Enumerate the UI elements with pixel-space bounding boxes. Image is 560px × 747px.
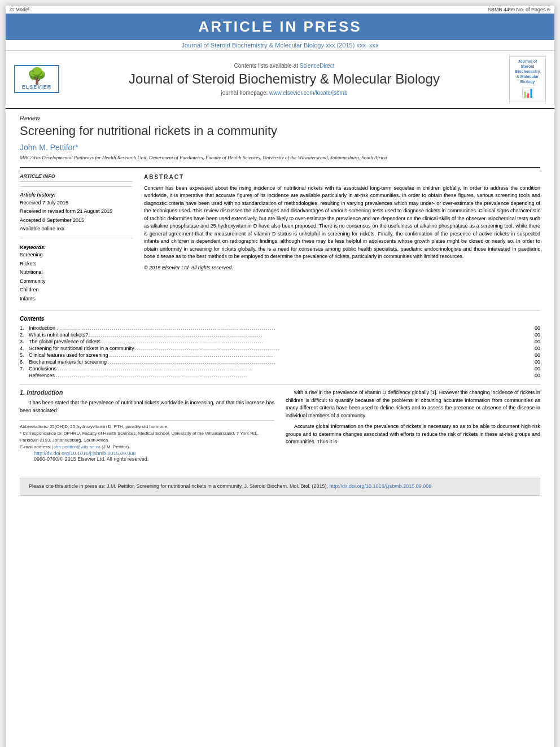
contents-item-ref: References .............................…	[20, 373, 540, 378]
rights-text: 0960-0760/© 2015 Elsevier Ltd. All right…	[34, 456, 148, 462]
copyright-line: © 2015 Elsevier Ltd. All rights reserved…	[144, 264, 540, 272]
keywords-label: Keywords:	[20, 244, 133, 252]
abstract-text: Concern has been expressed about the ris…	[144, 185, 540, 261]
abstract-section: ABSTRACT Concern has been expressed abou…	[144, 173, 540, 272]
contents-num: 2.	[20, 332, 29, 338]
contents-dots: ........................................…	[100, 339, 535, 344]
contents-page: 00	[535, 359, 540, 365]
contents-label: References	[29, 373, 55, 378]
abstract-label: ABSTRACT	[144, 173, 540, 181]
contents-dots: ........................................…	[56, 366, 535, 372]
contents-num: 5.	[20, 352, 29, 358]
page: G Model SBMB 4499 No. of Pages 6 ARTICLE…	[6, 6, 554, 747]
keyword-infants: Infants	[20, 295, 133, 303]
contents-dots: ........................................…	[88, 332, 535, 338]
doi-link[interactable]: http://dx.doi.org/10.1016/j.jsbmb.2015.0…	[34, 451, 136, 456]
contents-dots: ........................................…	[55, 373, 535, 378]
contents-item-5: 5. Clinical features used for screening …	[20, 352, 540, 358]
contents-label: Conclusions	[29, 366, 56, 372]
citation-bar: Please cite this article in press as: J.…	[20, 478, 540, 496]
article-info-col: ARTICLE INFO Article history: Received 7…	[20, 173, 133, 304]
keywords-section: Keywords: Screening Rickets Nutritional …	[20, 244, 133, 303]
history-label: Article history:	[20, 191, 133, 199]
contents-item-2: 2. What is nutritional rickets? ........…	[20, 332, 540, 338]
contents-item-7: 7. Conclusions .........................…	[20, 366, 540, 372]
divider-thick	[20, 167, 540, 168]
contents-num: 7.	[20, 366, 29, 372]
contents-dots: ........................................…	[55, 325, 535, 331]
journal-thumbnail: Journal ofSteroidBiochemistry& Molecular…	[509, 56, 546, 102]
article-in-press-banner: ARTICLE IN PRESS	[6, 14, 554, 40]
sciencedirect-link[interactable]: ScienceDirect	[300, 63, 335, 69]
received-date: Received 7 July 2015	[20, 199, 133, 207]
intro-text-right: with a rise in the prevalence of vitamin…	[286, 389, 540, 446]
footnote-area: Abbreviations: 25(OH)D, 25-hydroxyvitami…	[20, 420, 274, 451]
contents-page: 00	[535, 373, 540, 378]
contents-line: Contents lists available at ScienceDirec…	[65, 63, 504, 69]
keyword-screening: Screening	[20, 251, 133, 259]
intro-two-col: 1. Introduction It has been stated that …	[20, 389, 540, 451]
article-type: Review	[20, 115, 540, 121]
article-title: Screening for nutritional rickets in a c…	[20, 124, 540, 138]
contents-dots: ........................................…	[107, 359, 535, 365]
contents-page: 00	[535, 352, 540, 358]
contents-page: 00	[535, 325, 540, 331]
email-line: E-mail address: john.pettifor@wits.ac.za…	[20, 444, 274, 451]
contents-item-6: 6. Biochemical markers for screening ...…	[20, 359, 540, 365]
revised-date: Received in revised form 21 August 2015	[20, 208, 133, 216]
contents-num: 6.	[20, 359, 29, 365]
contents-label: The global prevalence of rickets	[29, 339, 100, 344]
contents-label: Biochemical markers for screening	[29, 359, 107, 365]
g-model-right: SBMB 4499 No. of Pages 6	[488, 7, 550, 12]
abbreviations: Abbreviations: 25(OH)D, 25-hydroxyvitami…	[20, 423, 274, 430]
contents-title: Contents	[20, 316, 540, 322]
article-info-label: ARTICLE INFO	[20, 173, 133, 182]
abstract-col: ABSTRACT Concern has been expressed abou…	[144, 173, 540, 304]
intro-heading: 1. Introduction	[20, 389, 274, 396]
article-body: Review Screening for nutritional rickets…	[6, 109, 554, 472]
intro-left-col: 1. Introduction It has been stated that …	[20, 389, 274, 451]
correspondence: * Correspondence to: DPHRU, Faculty of H…	[20, 430, 274, 444]
journal-name: Journal of Steroid Biochemistry & Molecu…	[65, 71, 504, 88]
journal-header: 🌳 ELSEVIER Contents lists available at S…	[6, 51, 554, 109]
keyword-children: Children	[20, 286, 133, 294]
g-model-left: G Model	[10, 7, 29, 12]
contents-page: 00	[535, 339, 540, 344]
introduction-section: 1. Introduction It has been stated that …	[20, 384, 540, 451]
citation-doi-link[interactable]: http://dx.doi.org/10.1016/j.jsbmb.2015.0…	[330, 483, 432, 489]
online-date: Available online xxx	[20, 225, 133, 233]
contents-section: Contents 1. Introduction ...............…	[20, 311, 540, 378]
elsevier-logo: 🌳 ELSEVIER	[14, 65, 59, 93]
intro-para-1: It has been stated that the prevalence o…	[20, 399, 274, 414]
contents-label: What is nutritional rickets?	[29, 332, 88, 338]
accepted-date: Accepted 8 September 2015	[20, 217, 133, 225]
keyword-nutritional: Nutritional	[20, 269, 133, 277]
keyword-rickets: Rickets	[20, 260, 133, 268]
contents-num: 1.	[20, 325, 29, 331]
contents-label: Screening for nutritional rickets in a c…	[29, 346, 134, 351]
contents-item-3: 3. The global prevalence of rickets ....…	[20, 339, 540, 344]
intro-para-right-2: Accurate global information on the preva…	[286, 423, 540, 446]
article-info-section: ARTICLE INFO Article history: Received 7…	[20, 173, 133, 303]
journal-homepage: journal homepage: www.elsevier.com/locat…	[65, 90, 504, 96]
contents-item-4: 4. Screening for nutritional rickets in …	[20, 346, 540, 351]
author-affiliation: MRC/Wits Developmental Pathways for Heal…	[20, 154, 540, 161]
doi-line: http://dx.doi.org/10.1016/j.jsbmb.2015.0…	[20, 451, 540, 466]
intro-para-right-1: with a rise in the prevalence of vitamin…	[286, 389, 540, 420]
thumb-icon: 📊	[511, 86, 544, 99]
journal-title-bar: Journal of Steroid Biochemistry & Molecu…	[6, 40, 554, 51]
contents-page: 00	[535, 332, 540, 338]
contents-num: 4.	[20, 346, 29, 351]
tree-icon: 🌳	[18, 68, 56, 84]
intro-text-left: It has been stated that the prevalence o…	[20, 399, 274, 414]
contents-label: Introduction	[29, 325, 55, 331]
keyword-community: Community	[20, 278, 133, 286]
g-model-line: G Model SBMB 4499 No. of Pages 6	[6, 6, 554, 14]
email-link[interactable]: john.pettifor@wits.ac.za	[53, 444, 100, 449]
journal-info: Contents lists available at ScienceDirec…	[65, 63, 504, 96]
contents-label: Clinical features used for screening	[29, 352, 108, 358]
homepage-link[interactable]: www.elsevier.com/locate/jsbmb	[269, 90, 347, 96]
elsevier-text: ELSEVIER	[18, 84, 56, 90]
contents-item-1: 1. Introduction ........................…	[20, 325, 540, 331]
author-name: John M. Pettifor*	[20, 143, 540, 152]
